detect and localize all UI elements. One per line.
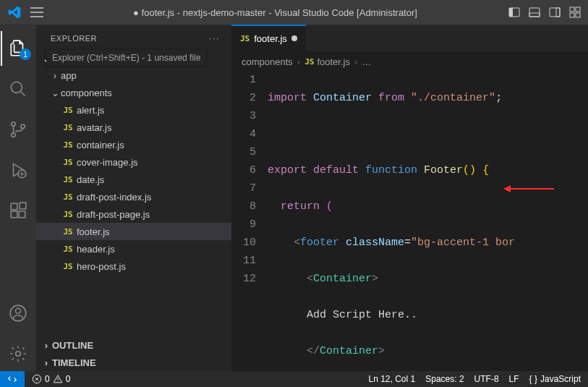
file-item[interactable]: JSdraft-post-index.js bbox=[36, 188, 231, 205]
explorer-view-icon[interactable]: 1 bbox=[1, 31, 35, 66]
svg-rect-16 bbox=[11, 211, 17, 218]
accounts-icon[interactable] bbox=[1, 296, 35, 331]
js-file-icon: JS bbox=[61, 244, 75, 254]
sidebar-header: EXPLORER ··· bbox=[36, 25, 231, 51]
js-file-icon: JS bbox=[61, 158, 75, 167]
file-label: cover-image.js bbox=[77, 157, 138, 168]
svg-rect-17 bbox=[19, 211, 25, 218]
tab-footer-js[interactable]: JS footer.js bbox=[231, 25, 307, 51]
modified-dot: ● bbox=[133, 7, 139, 18]
file-item[interactable]: JShero-post.js bbox=[36, 258, 231, 275]
folder-app[interactable]: › app bbox=[36, 67, 231, 84]
title-project: nextjs-demo-master bbox=[183, 7, 266, 18]
workspace-root[interactable]: ⌄ NEXTJS-DEMO-MASTER bbox=[36, 51, 231, 67]
file-item[interactable]: JSheader.js bbox=[36, 240, 231, 258]
file-item[interactable]: JSavatar.js bbox=[36, 119, 231, 136]
svg-rect-18 bbox=[20, 203, 26, 209]
title-filename: footer.js bbox=[142, 7, 175, 18]
root-label: NEXTJS-DEMO-MASTER bbox=[52, 54, 163, 64]
run-debug-view-icon[interactable] bbox=[1, 153, 35, 187]
code-editor[interactable]: 1 2 3 4 5 6 7 8 9 10 11 12 import Contai… bbox=[231, 71, 588, 371]
menu-icon[interactable] bbox=[30, 7, 43, 17]
svg-rect-8 bbox=[570, 13, 574, 17]
remote-indicator[interactable] bbox=[0, 371, 25, 387]
search-view-icon[interactable] bbox=[1, 72, 35, 106]
svg-rect-6 bbox=[570, 7, 574, 12]
settings-gear-icon[interactable] bbox=[1, 336, 35, 371]
svg-rect-1 bbox=[509, 8, 513, 17]
file-label: draft-post-index.js bbox=[77, 192, 151, 203]
toggle-panel-icon[interactable] bbox=[527, 5, 542, 20]
file-item[interactable]: JScover-image.js bbox=[36, 153, 231, 171]
timeline-label: TIMELINE bbox=[52, 357, 96, 368]
error-icon bbox=[32, 374, 42, 384]
code-content[interactable]: import Container from "./container"; exp… bbox=[268, 71, 588, 371]
file-label: draft-post-page.js bbox=[77, 209, 150, 220]
line-number: 3 bbox=[231, 107, 256, 125]
line-number: 5 bbox=[231, 143, 256, 161]
indentation-status[interactable]: Spaces: 2 bbox=[425, 374, 464, 384]
encoding-status[interactable]: UTF-8 bbox=[474, 374, 499, 384]
vscode-icon bbox=[6, 4, 23, 21]
dirty-indicator-icon bbox=[291, 35, 297, 41]
file-item[interactable]: JScontainer.js bbox=[36, 136, 231, 153]
sidebar-more-icon[interactable]: ··· bbox=[209, 34, 220, 43]
js-file-icon: JS bbox=[61, 175, 75, 184]
file-item[interactable]: JSalert.js bbox=[36, 101, 231, 119]
chevron-down-icon: ⌄ bbox=[49, 88, 61, 98]
title-app: Visual Studio Code bbox=[274, 7, 354, 18]
toggle-primary-sidebar-icon[interactable] bbox=[507, 5, 521, 20]
problems-status[interactable]: 0 0 bbox=[32, 374, 70, 384]
title-bar: ● footer.js - nextjs-demo-master - Visua… bbox=[0, 0, 588, 25]
file-label: footer.js bbox=[77, 226, 110, 237]
line-number: 8 bbox=[231, 197, 256, 216]
chevron-right-icon: › bbox=[296, 56, 302, 67]
file-label: date.js bbox=[77, 174, 104, 185]
annotation-arrow-icon bbox=[503, 185, 554, 192]
toggle-secondary-sidebar-icon[interactable] bbox=[547, 5, 562, 20]
breadcrumb-file[interactable]: footer.js bbox=[317, 56, 350, 67]
eol-status[interactable]: LF bbox=[509, 374, 519, 384]
breadcrumb-trail[interactable]: … bbox=[362, 56, 371, 67]
braces-icon: { } bbox=[529, 374, 537, 384]
line-number: 10 bbox=[231, 234, 256, 252]
extensions-view-icon[interactable] bbox=[1, 193, 35, 228]
cursor-position[interactable]: Ln 12, Col 1 bbox=[369, 374, 416, 384]
line-number: 12 bbox=[231, 270, 256, 288]
svg-point-10 bbox=[11, 82, 22, 93]
line-number: 4 bbox=[231, 125, 256, 143]
file-label: avatar.js bbox=[77, 122, 111, 133]
js-file-icon: JS bbox=[61, 106, 75, 115]
js-file-icon: JS bbox=[61, 140, 75, 150]
window-title: ● footer.js - nextjs-demo-master - Visua… bbox=[43, 7, 507, 18]
breadcrumb[interactable]: components › JS footer.js › … bbox=[231, 52, 588, 71]
source-control-view-icon[interactable] bbox=[1, 112, 35, 147]
svg-point-11 bbox=[12, 122, 15, 126]
language-label: JavaScript bbox=[540, 374, 581, 384]
js-file-icon: JS bbox=[61, 210, 75, 219]
tab-label: footer.js bbox=[254, 33, 287, 44]
outline-label: OUTLINE bbox=[52, 340, 93, 351]
svg-point-21 bbox=[16, 352, 21, 357]
folder-components[interactable]: ⌄ components bbox=[36, 84, 231, 101]
timeline-section[interactable]: › TIMELINE bbox=[36, 354, 231, 371]
layout-controls bbox=[507, 5, 582, 20]
line-number: 11 bbox=[231, 252, 256, 270]
svg-rect-2 bbox=[529, 8, 540, 17]
file-item-footer[interactable]: JSfooter.js bbox=[36, 223, 231, 240]
svg-point-13 bbox=[21, 124, 25, 128]
file-label: container.js bbox=[77, 140, 124, 150]
file-item[interactable]: JSdraft-post-page.js bbox=[36, 205, 231, 223]
breadcrumb-folder[interactable]: components bbox=[242, 56, 293, 67]
line-number: 6 bbox=[231, 161, 256, 179]
language-mode[interactable]: { } JavaScript bbox=[529, 374, 581, 384]
file-item[interactable]: JSdate.js bbox=[36, 171, 231, 188]
outline-section[interactable]: › OUTLINE bbox=[36, 336, 231, 354]
chevron-right-icon: › bbox=[41, 340, 52, 351]
sidebar-title: EXPLORER bbox=[51, 34, 97, 43]
line-number: 1 bbox=[231, 71, 256, 89]
line-number: 7 bbox=[231, 179, 256, 197]
chevron-right-icon: › bbox=[41, 357, 52, 368]
customize-layout-icon[interactable] bbox=[568, 5, 582, 20]
chevron-down-icon: ⌄ bbox=[41, 54, 52, 64]
